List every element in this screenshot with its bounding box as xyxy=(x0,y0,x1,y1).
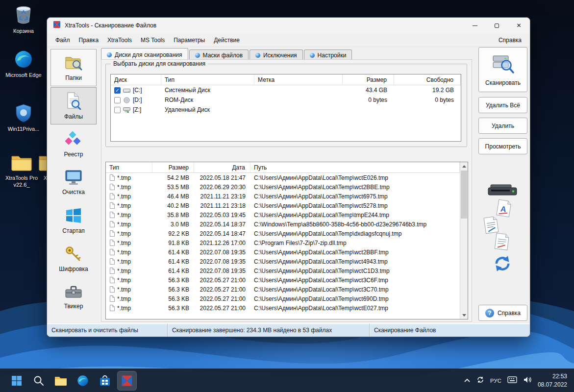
search-button[interactable] xyxy=(29,371,49,391)
file-row[interactable]: *.tmp91.8 KB2021.12.26 17:00C:\Program F… xyxy=(106,238,460,247)
drive-label xyxy=(254,105,343,115)
sidebar-item-label: Твикер xyxy=(64,303,83,310)
tray-chevron-up-icon[interactable] xyxy=(464,376,471,385)
drive-row[interactable]: [Z:]Удаленный Диск xyxy=(111,105,461,115)
file-row[interactable]: *.tmp56.3 KB2022.05.27 21:00C:\Users\Адм… xyxy=(106,275,460,285)
file-row[interactable]: *.tmp56.3 KB2022.05.27 21:00C:\Users\Адм… xyxy=(106,303,460,313)
file-row[interactable]: *.tmp40.2 MB2021.11.21 23:18C:\Users\Адм… xyxy=(106,201,460,210)
file-row[interactable]: *.tmp61.4 KB2022.07.08 19:35C:\Users\Адм… xyxy=(106,247,460,257)
delete-all-button[interactable]: Удалить Всё xyxy=(478,97,527,113)
scan-decoration: A xyxy=(480,183,527,296)
file-row[interactable]: *.tmp56.3 KB2022.05.27 21:00C:\Users\Адм… xyxy=(106,285,460,294)
file-row[interactable]: *.tmp61.4 KB2022.07.08 19:35C:\Users\Адм… xyxy=(106,257,460,266)
file-path: C:\Users\Админ\AppData\Local\Temp\wct494… xyxy=(250,257,460,266)
file-row[interactable]: *.tmp46.4 MB2021.11.21 23:19C:\Users\Адм… xyxy=(106,192,460,201)
scan-button[interactable]: Сканировать xyxy=(478,47,527,92)
tab-label: Маски файлов xyxy=(203,52,243,59)
vertical-scrollbar[interactable] xyxy=(460,162,468,319)
file-date: 2022.05.14 18:37 xyxy=(194,220,250,229)
menu-file[interactable]: Файл xyxy=(51,35,75,46)
file-date: 2022.05.14 18:47 xyxy=(194,229,250,238)
drive-row[interactable]: [D:]ROM-Диск0 bytes0 bytes xyxy=(111,95,461,105)
sidebar-item-cleanup[interactable]: Очистка xyxy=(50,164,97,201)
sidebar-item-folders[interactable]: Папки xyxy=(50,49,97,86)
sidebar-item-startup[interactable]: Стартап xyxy=(50,202,97,239)
touch-keyboard-icon[interactable] xyxy=(507,376,517,385)
file-row[interactable]: *.tmp3.0 MB2022.05.14 18:37C:\Windows\Te… xyxy=(106,220,460,229)
drive-checkbox[interactable]: ✓ xyxy=(114,87,121,94)
drive-label xyxy=(254,85,343,95)
desktop-icon-xtratools-folder[interactable]: XtraTools Pro v22.6_ xyxy=(3,154,40,189)
file-row[interactable]: *.tmp92.2 KB2022.05.14 18:47C:\Users\Адм… xyxy=(106,229,460,238)
file-path: C:\Users\Админ\AppData\Local\Temp\wct690… xyxy=(250,294,460,303)
drive-row[interactable]: ✓[C:]Системный Диск43.4 GB19.2 GB xyxy=(111,85,461,95)
desktop-icon-recycle-bin[interactable]: Корзина xyxy=(5,4,42,35)
column-header-type[interactable]: Тип xyxy=(106,162,152,172)
folder-icon xyxy=(11,154,32,173)
file-table-body: *.tmp54.2 MB2022.05.18 21:47C:\Users\Адм… xyxy=(106,173,460,319)
taskbar-clock[interactable]: 22:53 08.07.2022 xyxy=(538,372,567,388)
status-scan-result: Сканирование завершено: 234.3 MB найдено… xyxy=(168,324,370,337)
sidebar-item-files[interactable]: Файлы xyxy=(50,87,97,124)
file-path: C:\Users\Админ\AppData\Local\Temp\wct2BB… xyxy=(250,247,460,257)
minimize-button[interactable] xyxy=(464,18,486,33)
menu-action[interactable]: Действие xyxy=(209,35,244,46)
drive-checkbox[interactable] xyxy=(114,97,121,103)
file-row[interactable]: *.tmp54.2 MB2022.05.18 21:47C:\Users\Адм… xyxy=(106,173,460,182)
column-header-free[interactable]: Свободно xyxy=(394,74,461,85)
sidebar-item-registry[interactable]: Реестр xyxy=(50,125,97,163)
file-explorer-button[interactable] xyxy=(51,371,71,391)
menu-help[interactable]: Справка xyxy=(494,35,526,46)
tab-dot-icon xyxy=(107,52,112,57)
tab-page-scan-disks: Выбрать диски для сканирования Диск Тип … xyxy=(101,59,472,322)
language-indicator[interactable]: РУС xyxy=(490,378,501,384)
scroll-up-arrow[interactable] xyxy=(460,162,468,170)
desktop-icon-edge[interactable]: Microsoft Edge xyxy=(5,50,42,79)
file-row[interactable]: *.tmp53.5 MB2022.06.29 20:30C:\Users\Адм… xyxy=(106,182,460,192)
file-size: 3.0 MB xyxy=(152,220,194,229)
file-row[interactable]: *.tmp61.4 KB2022.07.08 19:35C:\Users\Адм… xyxy=(106,266,460,275)
sidebar-item-tweaker[interactable]: Твикер xyxy=(50,278,97,316)
menu-edit[interactable]: Правка xyxy=(75,35,103,46)
column-header-disk[interactable]: Диск xyxy=(111,74,161,85)
file-row[interactable]: *.tmp35.8 MB2022.05.03 19:45C:\Users\Адм… xyxy=(106,210,460,220)
volume-icon[interactable] xyxy=(523,376,532,386)
column-header-label[interactable]: Метка xyxy=(254,74,343,85)
maximize-button[interactable] xyxy=(486,18,508,33)
view-button[interactable]: Просмотреть xyxy=(478,138,527,154)
taskbar: РУС 22:53 08.07.2022 xyxy=(0,368,574,392)
edge-button[interactable] xyxy=(73,371,93,391)
desktop-icon-win11priva[interactable]: Win11Priva... xyxy=(5,104,42,133)
drive-checkbox[interactable] xyxy=(114,107,121,113)
statusbar: Сканировать и очистить файлы Сканировани… xyxy=(47,323,530,337)
file-size: 61.4 KB xyxy=(152,247,194,257)
scroll-down-arrow[interactable] xyxy=(460,311,468,319)
menu-params[interactable]: Параметры xyxy=(169,35,209,46)
titlebar: XtraTools - Сканирование Файлов ✕ xyxy=(47,18,530,33)
column-header-size[interactable]: Размер xyxy=(343,74,394,85)
sidebar-item-encrypt[interactable]: Шифровка xyxy=(50,240,97,277)
column-header-size[interactable]: Размер xyxy=(152,162,194,172)
column-header-path[interactable]: Путь xyxy=(250,162,460,172)
system-tray: РУС 22:53 08.07.2022 xyxy=(464,372,567,388)
drive-size xyxy=(343,105,394,115)
file-icon xyxy=(109,305,115,311)
taskbar-apps xyxy=(7,371,137,391)
menu-mstools[interactable]: MS Tools xyxy=(136,35,169,46)
delete-button[interactable]: Удалить xyxy=(478,118,527,134)
column-header-date[interactable]: Дата xyxy=(194,162,250,172)
scrollbar-thumb[interactable] xyxy=(461,171,467,219)
drive-table-header: Диск Тип Метка Размер Свободно xyxy=(111,74,461,85)
close-button[interactable]: ✕ xyxy=(508,18,530,33)
drive-free: 0 bytes xyxy=(394,95,461,105)
store-button[interactable] xyxy=(95,371,115,391)
tray-sync-icon[interactable] xyxy=(476,376,484,386)
xtratools-taskbar-button[interactable] xyxy=(117,371,137,391)
menu-xtratools[interactable]: XtraTools xyxy=(103,35,136,46)
file-icon xyxy=(109,174,115,181)
column-header-type[interactable]: Тип xyxy=(161,74,254,85)
help-button[interactable]: ? Справка xyxy=(478,305,527,321)
start-button[interactable] xyxy=(7,371,26,391)
drive-table: Диск Тип Метка Размер Свободно ✓[C:]Сист… xyxy=(110,74,461,142)
file-row[interactable]: *.tmp56.3 KB2022.05.27 21:00C:\Users\Адм… xyxy=(106,294,460,303)
